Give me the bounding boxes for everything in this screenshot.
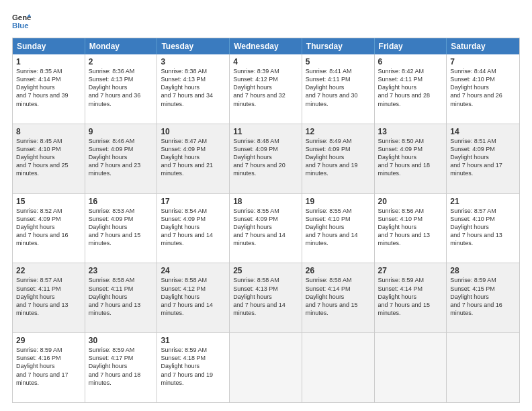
cal-cell-empty xyxy=(375,333,447,402)
day-number: 6 xyxy=(378,57,443,66)
cal-cell-3: 3 Sunrise: 8:38 AMSunset: 4:13 PMDayligh… xyxy=(157,54,230,124)
cal-cell-26: 26 Sunrise: 8:58 AMSunset: 4:14 PMDaylig… xyxy=(302,263,375,332)
calendar-body: 1 Sunrise: 8:35 AMSunset: 4:14 PMDayligh… xyxy=(13,54,519,402)
cell-info: Sunrise: 8:35 AMSunset: 4:14 PMDaylight … xyxy=(16,68,69,107)
day-number: 13 xyxy=(378,127,443,136)
cal-cell-28: 28 Sunrise: 8:59 AMSunset: 4:15 PMDaylig… xyxy=(447,263,519,332)
day-number: 18 xyxy=(233,197,298,206)
cal-cell-6: 6 Sunrise: 8:42 AMSunset: 4:11 PMDayligh… xyxy=(375,54,447,124)
day-number: 27 xyxy=(378,266,443,275)
cell-info: Sunrise: 8:53 AMSunset: 4:09 PMDaylight … xyxy=(89,208,141,247)
cell-info: Sunrise: 8:42 AMSunset: 4:11 PMDaylight … xyxy=(378,68,431,107)
logo: General Blue xyxy=(12,12,31,31)
cal-cell-7: 7 Sunrise: 8:44 AMSunset: 4:10 PMDayligh… xyxy=(447,54,519,124)
day-number: 5 xyxy=(306,57,371,66)
day-header-monday: Monday xyxy=(85,38,158,54)
page: General Blue SundayMondayTuesdayWednesda… xyxy=(0,0,532,411)
cell-info: Sunrise: 8:44 AMSunset: 4:10 PMDaylight … xyxy=(450,68,502,107)
day-number: 12 xyxy=(306,127,371,136)
header: General Blue xyxy=(12,12,520,31)
cal-cell-29: 29 Sunrise: 8:59 AMSunset: 4:16 PMDaylig… xyxy=(13,333,85,402)
cal-cell-12: 12 Sunrise: 8:49 AMSunset: 4:09 PMDaylig… xyxy=(302,124,375,193)
cal-cell-24: 24 Sunrise: 8:58 AMSunset: 4:12 PMDaylig… xyxy=(157,263,230,332)
day-number: 29 xyxy=(16,336,81,345)
day-number: 26 xyxy=(306,266,371,275)
day-number: 15 xyxy=(16,197,81,206)
cal-cell-1: 1 Sunrise: 8:35 AMSunset: 4:14 PMDayligh… xyxy=(13,54,85,124)
cell-info: Sunrise: 8:59 AMSunset: 4:14 PMDaylight … xyxy=(378,277,431,316)
day-number: 2 xyxy=(89,57,154,66)
cal-cell-empty xyxy=(447,333,519,402)
day-header-thursday: Thursday xyxy=(302,38,375,54)
cal-cell-20: 20 Sunrise: 8:56 AMSunset: 4:10 PMDaylig… xyxy=(375,194,447,263)
cell-info: Sunrise: 8:49 AMSunset: 4:09 PMDaylight … xyxy=(306,138,358,177)
day-number: 28 xyxy=(450,266,516,275)
cal-cell-4: 4 Sunrise: 8:39 AMSunset: 4:12 PMDayligh… xyxy=(230,54,302,124)
day-number: 10 xyxy=(161,127,226,136)
day-header-saturday: Saturday xyxy=(447,38,519,54)
day-number: 4 xyxy=(233,57,298,66)
cell-info: Sunrise: 8:59 AMSunset: 4:18 PMDaylight … xyxy=(161,347,213,386)
day-number: 19 xyxy=(306,197,371,206)
cell-info: Sunrise: 8:51 AMSunset: 4:09 PMDaylight … xyxy=(450,138,502,177)
cell-info: Sunrise: 8:41 AMSunset: 4:11 PMDaylight … xyxy=(306,68,358,107)
cal-cell-empty xyxy=(302,333,375,402)
day-number: 24 xyxy=(161,266,226,275)
cal-cell-11: 11 Sunrise: 8:48 AMSunset: 4:09 PMDaylig… xyxy=(230,124,302,193)
cell-info: Sunrise: 8:47 AMSunset: 4:09 PMDaylight … xyxy=(161,138,213,177)
cell-info: Sunrise: 8:45 AMSunset: 4:10 PMDaylight … xyxy=(16,138,69,177)
cell-info: Sunrise: 8:52 AMSunset: 4:09 PMDaylight … xyxy=(16,208,69,247)
cal-row-1: 8 Sunrise: 8:45 AMSunset: 4:10 PMDayligh… xyxy=(13,124,519,193)
day-number: 30 xyxy=(89,336,154,345)
day-number: 3 xyxy=(161,57,226,66)
day-header-friday: Friday xyxy=(375,38,447,54)
cal-cell-empty xyxy=(230,333,302,402)
cal-row-3: 22 Sunrise: 8:57 AMSunset: 4:11 PMDaylig… xyxy=(13,263,519,332)
day-number: 25 xyxy=(233,266,298,275)
cal-cell-8: 8 Sunrise: 8:45 AMSunset: 4:10 PMDayligh… xyxy=(13,124,85,193)
cal-cell-23: 23 Sunrise: 8:58 AMSunset: 4:11 PMDaylig… xyxy=(85,263,158,332)
cal-row-4: 29 Sunrise: 8:59 AMSunset: 4:16 PMDaylig… xyxy=(13,332,519,402)
cell-info: Sunrise: 8:55 AMSunset: 4:09 PMDaylight … xyxy=(233,208,285,247)
cell-info: Sunrise: 8:39 AMSunset: 4:12 PMDaylight … xyxy=(233,68,285,107)
day-number: 22 xyxy=(16,266,81,275)
cal-cell-21: 21 Sunrise: 8:57 AMSunset: 4:10 PMDaylig… xyxy=(447,194,519,263)
cell-info: Sunrise: 8:59 AMSunset: 4:17 PMDaylight … xyxy=(89,347,141,386)
cell-info: Sunrise: 8:48 AMSunset: 4:09 PMDaylight … xyxy=(233,138,285,177)
day-number: 23 xyxy=(89,266,154,275)
day-number: 31 xyxy=(161,336,226,345)
cell-info: Sunrise: 8:58 AMSunset: 4:13 PMDaylight … xyxy=(233,277,285,316)
cal-cell-18: 18 Sunrise: 8:55 AMSunset: 4:09 PMDaylig… xyxy=(230,194,302,263)
cal-cell-27: 27 Sunrise: 8:59 AMSunset: 4:14 PMDaylig… xyxy=(375,263,447,332)
day-number: 7 xyxy=(450,57,516,66)
cal-cell-10: 10 Sunrise: 8:47 AMSunset: 4:09 PMDaylig… xyxy=(157,124,230,193)
day-number: 16 xyxy=(89,197,154,206)
cal-cell-2: 2 Sunrise: 8:36 AMSunset: 4:13 PMDayligh… xyxy=(85,54,158,124)
logo-icon: General Blue xyxy=(12,12,31,31)
cal-row-2: 15 Sunrise: 8:52 AMSunset: 4:09 PMDaylig… xyxy=(13,193,519,263)
day-number: 1 xyxy=(16,57,81,66)
day-header-sunday: Sunday xyxy=(13,38,85,54)
cell-info: Sunrise: 8:58 AMSunset: 4:11 PMDaylight … xyxy=(89,277,141,316)
calendar-header: SundayMondayTuesdayWednesdayThursdayFrid… xyxy=(13,38,519,54)
cal-cell-16: 16 Sunrise: 8:53 AMSunset: 4:09 PMDaylig… xyxy=(85,194,158,263)
cell-info: Sunrise: 8:59 AMSunset: 4:15 PMDaylight … xyxy=(450,277,502,316)
day-header-wednesday: Wednesday xyxy=(230,38,302,54)
cal-cell-9: 9 Sunrise: 8:46 AMSunset: 4:09 PMDayligh… xyxy=(85,124,158,193)
cal-row-0: 1 Sunrise: 8:35 AMSunset: 4:14 PMDayligh… xyxy=(13,54,519,124)
svg-text:General: General xyxy=(12,13,31,21)
day-number: 17 xyxy=(161,197,226,206)
cal-cell-31: 31 Sunrise: 8:59 AMSunset: 4:18 PMDaylig… xyxy=(157,333,230,402)
cell-info: Sunrise: 8:58 AMSunset: 4:14 PMDaylight … xyxy=(306,277,358,316)
calendar: SundayMondayTuesdayWednesdayThursdayFrid… xyxy=(12,38,520,403)
cell-info: Sunrise: 8:57 AMSunset: 4:10 PMDaylight … xyxy=(450,208,502,247)
day-number: 21 xyxy=(450,197,516,206)
cell-info: Sunrise: 8:50 AMSunset: 4:09 PMDaylight … xyxy=(378,138,431,177)
cal-cell-15: 15 Sunrise: 8:52 AMSunset: 4:09 PMDaylig… xyxy=(13,194,85,263)
cal-cell-17: 17 Sunrise: 8:54 AMSunset: 4:09 PMDaylig… xyxy=(157,194,230,263)
day-number: 14 xyxy=(450,127,516,136)
cal-cell-25: 25 Sunrise: 8:58 AMSunset: 4:13 PMDaylig… xyxy=(230,263,302,332)
day-header-tuesday: Tuesday xyxy=(157,38,230,54)
cell-info: Sunrise: 8:59 AMSunset: 4:16 PMDaylight … xyxy=(16,347,69,386)
cal-cell-30: 30 Sunrise: 8:59 AMSunset: 4:17 PMDaylig… xyxy=(85,333,158,402)
